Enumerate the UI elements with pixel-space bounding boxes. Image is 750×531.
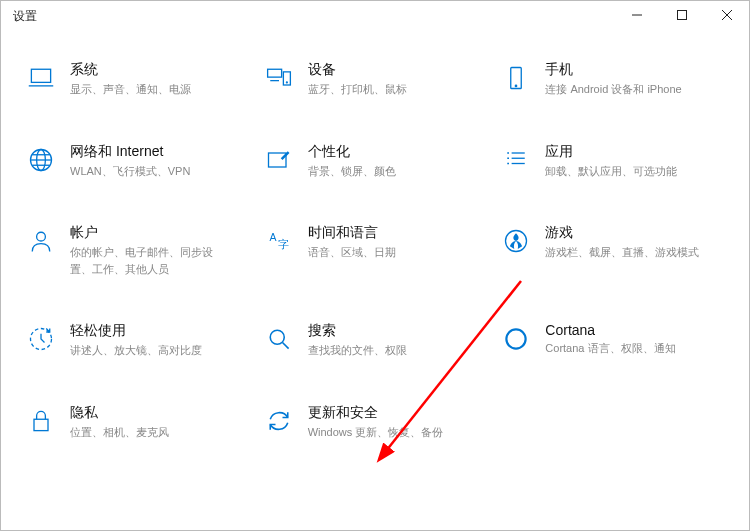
category-ease-of-access[interactable]: 轻松使用 讲述人、放大镜、高对比度 <box>26 322 254 359</box>
svg-rect-17 <box>268 153 286 167</box>
devices-icon <box>264 63 294 93</box>
window-title: 设置 <box>1 8 37 25</box>
time-lang-icon: A字 <box>264 226 294 256</box>
category-title: 游戏 <box>545 224 699 242</box>
laptop-icon <box>26 63 56 93</box>
category-text: 游戏 游戏栏、截屏、直播、游戏模式 <box>545 224 699 261</box>
person-icon <box>26 226 56 256</box>
svg-point-11 <box>516 85 517 86</box>
category-phone[interactable]: 手机 连接 Android 设备和 iPhone <box>501 61 729 98</box>
category-subtitle: 你的帐户、电子邮件、同步设置、工作、其他人员 <box>70 244 230 277</box>
category-text: 个性化 背景、锁屏、颜色 <box>308 143 396 180</box>
svg-rect-32 <box>34 419 48 430</box>
empty-cell <box>501 404 729 441</box>
category-title: 轻松使用 <box>70 322 202 340</box>
close-button[interactable] <box>704 1 749 31</box>
category-subtitle: 背景、锁屏、颜色 <box>308 163 396 180</box>
globe-icon <box>26 145 56 175</box>
category-privacy[interactable]: 隐私 位置、相机、麦克风 <box>26 404 254 441</box>
category-subtitle: 讲述人、放大镜、高对比度 <box>70 342 202 359</box>
category-title: 个性化 <box>308 143 396 161</box>
category-title: 隐私 <box>70 404 169 422</box>
minimize-button[interactable] <box>614 1 659 31</box>
category-text: 应用 卸载、默认应用、可选功能 <box>545 143 677 180</box>
svg-point-29 <box>270 330 284 344</box>
category-title: 设备 <box>308 61 407 79</box>
category-text: 手机 连接 Android 设备和 iPhone <box>545 61 681 98</box>
category-subtitle: 显示、声音、通知、电源 <box>70 81 191 98</box>
category-title: 帐户 <box>70 224 230 242</box>
category-subtitle: 游戏栏、截屏、直播、游戏模式 <box>545 244 699 261</box>
category-personalization[interactable]: 个性化 背景、锁屏、颜色 <box>264 143 492 180</box>
category-subtitle: 语音、区域、日期 <box>308 244 396 261</box>
category-apps[interactable]: 应用 卸载、默认应用、可选功能 <box>501 143 729 180</box>
svg-point-8 <box>286 82 287 83</box>
svg-text:字: 字 <box>278 238 289 250</box>
settings-window: 设置 系统 <box>0 0 750 531</box>
category-subtitle: 连接 Android 设备和 iPhone <box>545 81 681 98</box>
settings-categories: 系统 显示、声音、通知、电源 设备 蓝牙、打印机、鼠标 手机 连接 Androi… <box>1 31 749 450</box>
maximize-button[interactable] <box>659 1 704 31</box>
category-subtitle: WLAN、飞行模式、VPN <box>70 163 190 180</box>
cortana-icon <box>501 324 531 354</box>
category-subtitle: 位置、相机、麦克风 <box>70 424 169 441</box>
svg-point-24 <box>37 232 46 241</box>
search-icon <box>264 324 294 354</box>
category-text: 网络和 Internet WLAN、飞行模式、VPN <box>70 143 190 180</box>
category-subtitle: 卸载、默认应用、可选功能 <box>545 163 677 180</box>
category-title: 更新和安全 <box>308 404 444 422</box>
phone-icon <box>501 63 531 93</box>
svg-rect-4 <box>31 69 50 82</box>
category-subtitle: 蓝牙、打印机、鼠标 <box>308 81 407 98</box>
titlebar: 设置 <box>1 1 749 31</box>
lock-icon <box>26 406 56 436</box>
category-text: 系统 显示、声音、通知、电源 <box>70 61 191 98</box>
maximize-icon <box>677 9 687 23</box>
category-title: 网络和 Internet <box>70 143 190 161</box>
personalize-icon <box>264 145 294 175</box>
gaming-icon <box>501 226 531 256</box>
category-cortana[interactable]: Cortana Cortana 语言、权限、通知 <box>501 322 729 359</box>
category-gaming[interactable]: 游戏 游戏栏、截屏、直播、游戏模式 <box>501 224 729 277</box>
svg-rect-1 <box>677 11 686 20</box>
category-text: 更新和安全 Windows 更新、恢复、备份 <box>308 404 444 441</box>
category-text: 隐私 位置、相机、麦克风 <box>70 404 169 441</box>
category-title: 时间和语言 <box>308 224 396 242</box>
category-text: 帐户 你的帐户、电子邮件、同步设置、工作、其他人员 <box>70 224 230 277</box>
category-text: 设备 蓝牙、打印机、鼠标 <box>308 61 407 98</box>
category-text: 搜索 查找我的文件、权限 <box>308 322 407 359</box>
category-update-security[interactable]: 更新和安全 Windows 更新、恢复、备份 <box>264 404 492 441</box>
category-text: 轻松使用 讲述人、放大镜、高对比度 <box>70 322 202 359</box>
category-title: Cortana <box>545 322 675 338</box>
category-title: 手机 <box>545 61 681 79</box>
category-title: 系统 <box>70 61 191 79</box>
category-title: 应用 <box>545 143 677 161</box>
close-icon <box>722 9 732 23</box>
category-network[interactable]: 网络和 Internet WLAN、飞行模式、VPN <box>26 143 254 180</box>
svg-text:A: A <box>269 231 276 243</box>
category-system[interactable]: 系统 显示、声音、通知、电源 <box>26 61 254 98</box>
window-controls <box>614 1 749 31</box>
apps-icon <box>501 145 531 175</box>
category-search[interactable]: 搜索 查找我的文件、权限 <box>264 322 492 359</box>
category-title: 搜索 <box>308 322 407 340</box>
svg-rect-6 <box>267 69 281 77</box>
category-subtitle: 查找我的文件、权限 <box>308 342 407 359</box>
category-subtitle: Windows 更新、恢复、备份 <box>308 424 444 441</box>
minimize-icon <box>632 9 642 23</box>
category-time-language[interactable]: A字 时间和语言 语音、区域、日期 <box>264 224 492 277</box>
category-text: Cortana Cortana 语言、权限、通知 <box>545 322 675 357</box>
update-icon <box>264 406 294 436</box>
category-text: 时间和语言 语音、区域、日期 <box>308 224 396 261</box>
category-subtitle: Cortana 语言、权限、通知 <box>545 340 675 357</box>
svg-point-31 <box>507 329 526 348</box>
category-devices[interactable]: 设备 蓝牙、打印机、鼠标 <box>264 61 492 98</box>
ease-icon <box>26 324 56 354</box>
category-accounts[interactable]: 帐户 你的帐户、电子邮件、同步设置、工作、其他人员 <box>26 224 254 277</box>
svg-line-30 <box>282 343 288 349</box>
